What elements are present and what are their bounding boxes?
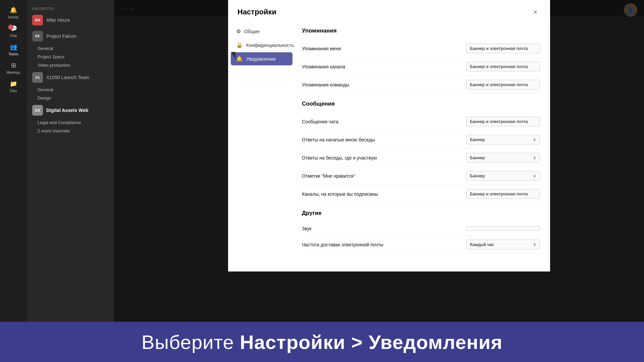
setting-mention-team: Упоминания команды Баннер и электронная …: [302, 76, 540, 94]
bell-icon: 🔔: [236, 56, 243, 62]
team-avatar-digital-assets: DA: [32, 105, 43, 116]
main-content-area: ← → 👤 Настройки × ⚙ Общие 🔒 Конфиденциал…: [114, 0, 644, 362]
teams-icon: 👥: [9, 43, 17, 51]
chat-messages-label: Сообщения чата: [302, 119, 338, 124]
replies-participating-label: Ответы на беседы, где я участвую: [302, 155, 377, 161]
team-name-project-falcon: Project Falcon: [46, 34, 76, 39]
channel-project-specs[interactable]: Project Specs: [27, 53, 114, 61]
team-digital-assets[interactable]: DA Digital Assets Web: [27, 102, 114, 118]
mention-channel-label: Упоминания канала: [302, 64, 345, 69]
nav-privacy[interactable]: 🔒 Конфиденциальность: [231, 39, 292, 52]
likes-label: Отметки "Мне нравится": [302, 173, 355, 179]
modal-header: Настройки ×: [228, 0, 550, 21]
chevron-down-icon4: ∨: [533, 242, 536, 247]
sidebar-item-teams[interactable]: 👥 Teams: [0, 40, 27, 59]
nav-general-label: Общие: [244, 29, 260, 34]
likes-value: Баннер: [470, 173, 485, 178]
channel-design[interactable]: Design: [27, 94, 114, 102]
setting-replies-participating: Ответы на беседы, где я участвую Баннер …: [302, 149, 540, 167]
nav-notifications-label: Уведомления: [246, 56, 276, 62]
modal-title: Настройки: [237, 8, 276, 16]
messages-section-title: Сообщения: [302, 101, 540, 107]
sound-label: Звук: [302, 226, 312, 231]
channel-legal[interactable]: Legal and Compliance: [27, 118, 114, 127]
bottom-banner: Выберите Настройки > Уведомления: [0, 322, 644, 362]
email-frequency-label: Частота доставки электронной почты: [302, 242, 383, 247]
team-name-digital-assets: Digital Assets Web: [46, 108, 88, 113]
email-frequency-dropdown[interactable]: Каждый час ∨: [466, 240, 540, 249]
banner-text: Выберите Настройки > Уведомления: [142, 331, 503, 353]
replies-participating-dropdown[interactable]: Баннер ∨: [466, 153, 540, 163]
meetings-label: Meetings: [7, 71, 20, 74]
team-name-x1050: X1050 Launch Team: [46, 75, 89, 80]
sidebar-icon-rail: 🔔 Activity 💬 1 Chat 👥 Teams ⊞ Meetings 📁…: [0, 0, 27, 362]
teams-label: Teams: [8, 52, 18, 56]
setting-sound: Звук: [302, 222, 540, 236]
subscribed-channels-label: Каналы, на которые вы подписаны: [302, 191, 378, 197]
mentions-section-title: Упоминания: [302, 27, 540, 34]
likes-dropdown[interactable]: Баннер ∨: [466, 171, 540, 181]
subscribed-channels-value: Баннер и электронная почта: [466, 189, 540, 199]
replies-started-label: Ответы на начатые мною беседы: [302, 137, 375, 142]
modal-nav: ⚙ Общие 🔒 Конфиденциальность 🔔 Уведомлен…: [228, 21, 295, 272]
team-after-hours[interactable]: AH After Hours: [27, 12, 114, 28]
mention-me-value: Баннер и электронная почта: [466, 44, 540, 53]
channel-general-x1050[interactable]: General: [27, 85, 114, 94]
team-avatar-after-hours: AH: [32, 15, 43, 25]
mention-team-label: Упоминания команды: [302, 82, 349, 87]
team-name-after-hours: After Hours: [46, 17, 70, 23]
setting-mention-me: Упоминания меня Баннер и электронная поч…: [302, 40, 540, 58]
files-label: Files: [10, 89, 17, 93]
channel-general-falcon[interactable]: General: [27, 44, 114, 53]
nav-notifications[interactable]: 🔔 Уведомления: [231, 52, 292, 65]
chat-label: Chat: [10, 34, 17, 38]
team-avatar-x1050: X1: [32, 72, 43, 83]
close-button[interactable]: ×: [530, 7, 541, 17]
chevron-down-icon2: ∨: [533, 155, 536, 160]
meetings-icon: ⊞: [9, 61, 17, 69]
banner-text-bold: Настройки > Уведомления: [240, 331, 502, 353]
setting-likes: Отметки "Мне нравится" Баннер ∨: [302, 167, 540, 185]
replies-participating-value: Баннер: [470, 155, 485, 160]
mention-me-label: Упоминания меня: [302, 46, 341, 51]
replies-started-value: Баннер: [470, 137, 485, 142]
favorites-label: Favorites: [27, 3, 114, 12]
sidebar-item-activity[interactable]: 🔔 Activity: [0, 3, 27, 22]
nav-privacy-label: Конфиденциальность: [246, 43, 294, 48]
team-project-falcon[interactable]: PF Project Falcon: [27, 28, 114, 44]
nav-panel: Favorites AH After Hours PF Project Falc…: [27, 0, 114, 362]
settings-modal: Настройки × ⚙ Общие 🔒 Конфиденциальность…: [228, 0, 550, 272]
nav-general[interactable]: ⚙ Общие: [231, 25, 292, 38]
sound-value: [466, 226, 540, 231]
chat-badge: 1: [8, 24, 13, 30]
email-frequency-value: Каждый час: [470, 242, 494, 247]
modal-settings-content: Упоминания Упоминания меня Баннер и элек…: [295, 21, 550, 272]
chevron-down-icon: ∨: [533, 137, 536, 142]
setting-email-frequency: Частота доставки электронной почты Кажды…: [302, 236, 540, 254]
activity-icon: 🔔: [9, 6, 17, 14]
other-section-title: Другие: [302, 210, 540, 217]
setting-chat-messages: Сообщения чата Баннер и электронная почт…: [302, 113, 540, 131]
replies-started-dropdown[interactable]: Баннер ∨: [466, 135, 540, 144]
sidebar-item-chat[interactable]: 💬 1 Chat: [0, 22, 27, 40]
mention-team-value: Баннер и электронная почта: [466, 80, 540, 89]
gear-icon: ⚙: [236, 28, 241, 35]
team-avatar-project-falcon: PF: [32, 31, 43, 42]
chat-messages-value: Баннер и электронная почта: [466, 117, 540, 126]
sidebar-item-meetings[interactable]: ⊞ Meetings: [0, 59, 27, 77]
team-x1050[interactable]: X1 X1050 Launch Team: [27, 69, 114, 85]
channel-more[interactable]: 2 more channels: [27, 127, 114, 135]
setting-mention-channel: Упоминания канала Баннер и электронная п…: [302, 58, 540, 76]
setting-subscribed-channels: Каналы, на которые вы подписаны Баннер и…: [302, 185, 540, 203]
chevron-down-icon3: ∨: [533, 173, 536, 178]
mention-channel-value: Баннер и электронная почта: [466, 62, 540, 71]
activity-label: Activity: [8, 15, 19, 19]
setting-replies-started: Ответы на начатые мною беседы Баннер ∨: [302, 131, 540, 149]
files-icon: 📁: [9, 80, 17, 88]
lock-icon: 🔒: [236, 42, 243, 48]
modal-body: ⚙ Общие 🔒 Конфиденциальность 🔔 Уведомлен…: [228, 21, 550, 272]
sidebar-item-files[interactable]: 📁 Files: [0, 77, 27, 96]
channel-video-production[interactable]: Video production: [27, 61, 114, 69]
banner-text-normal: Выберите: [142, 331, 240, 353]
